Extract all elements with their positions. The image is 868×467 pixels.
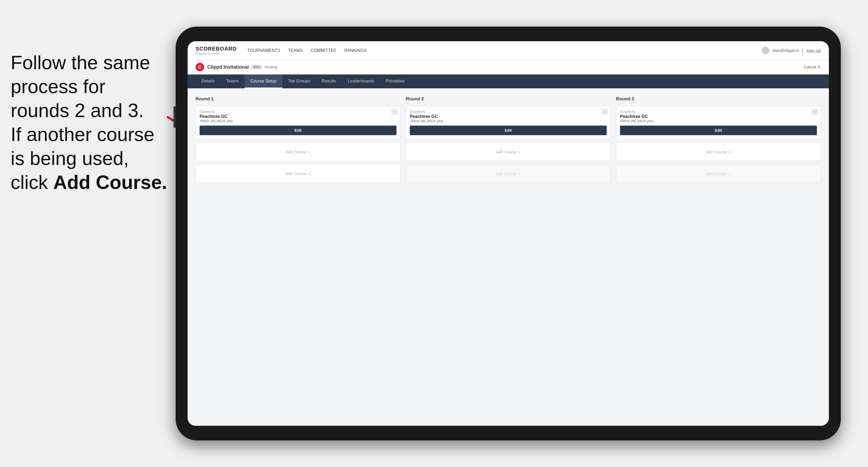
- round-3-add-course-2: Add Course +: [616, 164, 821, 183]
- tab-printables[interactable]: Printables: [380, 74, 411, 88]
- round-1-add-course-1[interactable]: Add Course +: [195, 143, 400, 161]
- round-3-edit-button[interactable]: Edit: [620, 126, 817, 135]
- round-2-add-1-icon: +: [518, 150, 521, 154]
- top-nav: SCOREBOARD Powered by clippd TOURNAMENTS…: [188, 41, 829, 60]
- round-3-course-label: (Course A): [620, 110, 817, 114]
- user-email: blair@clippd.io: [772, 48, 799, 53]
- logo-scoreboard: SCOREBOARD: [195, 46, 237, 52]
- round-2-title: Round 2: [406, 96, 611, 102]
- round-1-course-card: ○ (Course A) Peachtree GC Yellow (M) (66…: [195, 106, 400, 139]
- logo-area: SCOREBOARD Powered by clippd: [195, 46, 237, 55]
- round-3-add-2-label: Add Course: [706, 172, 727, 176]
- round-2-course-card: ○ (Course A) Peachtree GC Yellow (M) (66…: [406, 106, 611, 139]
- round-1-course-name: Peachtree GC: [199, 114, 397, 119]
- round-2-add-course-2: Add Course +: [406, 164, 611, 183]
- round-2-column: Round 2 ○ (Course A) Peachtree GC Yellow…: [406, 96, 611, 183]
- round-1-add-course-2[interactable]: Add Course +: [195, 164, 400, 183]
- round-2-course-label: (Course A): [410, 110, 607, 114]
- add-course-1-icon: +: [308, 150, 311, 154]
- tournament-header: C Clippd Invitational Men Hosting Cancel…: [188, 60, 829, 74]
- tab-leaderboards[interactable]: Leaderboards: [342, 74, 380, 88]
- add-course-2-icon: +: [308, 172, 311, 176]
- round-2-add-2-label: Add Course: [496, 172, 517, 176]
- tablet-frame: SCOREBOARD Powered by clippd TOURNAMENTS…: [176, 27, 841, 440]
- round-1-edit-button[interactable]: Edit: [199, 126, 397, 135]
- round-2-add-2-icon: +: [518, 172, 521, 176]
- round-3-add-course-1[interactable]: Add Course +: [616, 143, 821, 161]
- nav-rankings[interactable]: RANKINGS: [344, 47, 367, 54]
- round-3-column: Round 3 ○ (Course A) Peachtree GC Yellow…: [616, 96, 821, 183]
- round-1-course-tee: Yellow (M) (6629 yds): [199, 119, 397, 123]
- round-1-delete-button[interactable]: ○: [392, 109, 398, 115]
- round-3-course-card: ○ (Course A) Peachtree GC Yellow (M) (66…: [616, 106, 821, 139]
- round-3-add-1-icon: +: [728, 150, 731, 154]
- round-2-course-tee: Yellow (M) (6629 yds): [410, 119, 607, 123]
- instruction-bold: Add Course.: [53, 172, 167, 193]
- round-2-edit-button[interactable]: Edit: [410, 126, 607, 135]
- tab-bar: Details Teams Course Setup Tee Groups Re…: [188, 74, 829, 88]
- add-course-2-label: Add Course: [285, 172, 307, 176]
- main-content: Round 1 ○ (Course A) Peachtree GC Yellow…: [188, 88, 829, 426]
- round-2-delete-button[interactable]: ○: [602, 109, 608, 115]
- instruction-text: Follow the same process for rounds 2 and…: [11, 52, 167, 193]
- instruction-panel: Follow the same process for rounds 2 and…: [0, 40, 186, 205]
- round-3-course-name: Peachtree GC: [620, 114, 817, 119]
- nav-user: blair@clippd.io | Sign out: [762, 47, 821, 54]
- round-2-add-1-label: Add Course: [496, 150, 517, 154]
- tab-details[interactable]: Details: [195, 74, 220, 88]
- round-1-title: Round 1: [195, 96, 400, 102]
- user-avatar: [762, 47, 769, 54]
- round-3-add-1-label: Add Course: [706, 150, 727, 154]
- cancel-button[interactable]: Cancel ✕: [804, 65, 821, 69]
- round-3-title: Round 3: [616, 96, 821, 102]
- tournament-status: Hosting: [265, 65, 277, 69]
- nav-teams[interactable]: TEAMS: [288, 47, 303, 54]
- round-2-add-course-1[interactable]: Add Course +: [406, 143, 611, 161]
- tab-course-setup[interactable]: Course Setup: [245, 74, 282, 88]
- tournament-logo-icon: C: [195, 63, 204, 71]
- round-3-course-tee: Yellow (M) (6629 yds): [620, 119, 817, 123]
- round-3-delete-button[interactable]: ○: [812, 109, 818, 115]
- tournament-name: Clippd Invitational: [207, 64, 249, 70]
- tournament-badge: Men: [251, 65, 262, 69]
- nav-separator: |: [802, 48, 803, 53]
- rounds-grid: Round 1 ○ (Course A) Peachtree GC Yellow…: [195, 96, 821, 183]
- round-1-column: Round 1 ○ (Course A) Peachtree GC Yellow…: [195, 96, 400, 183]
- add-course-1-label: Add Course: [285, 150, 307, 154]
- round-2-course-name: Peachtree GC: [410, 114, 607, 119]
- round-1-course-label: (Course A): [199, 110, 397, 114]
- sign-out-link[interactable]: Sign out: [806, 48, 821, 53]
- logo-powered: Powered by clippd: [195, 52, 237, 55]
- tab-tee-groups[interactable]: Tee Groups: [282, 74, 316, 88]
- round-3-add-2-icon: +: [728, 172, 731, 176]
- tab-teams[interactable]: Teams: [220, 74, 245, 88]
- nav-tournaments[interactable]: TOURNAMENTS: [247, 47, 280, 54]
- tab-results[interactable]: Results: [316, 74, 342, 88]
- nav-committee[interactable]: COMMITTEE: [311, 47, 336, 54]
- nav-links: TOURNAMENTS TEAMS COMMITTEE RANKINGS: [247, 47, 762, 54]
- tablet-screen: SCOREBOARD Powered by clippd TOURNAMENTS…: [188, 41, 829, 426]
